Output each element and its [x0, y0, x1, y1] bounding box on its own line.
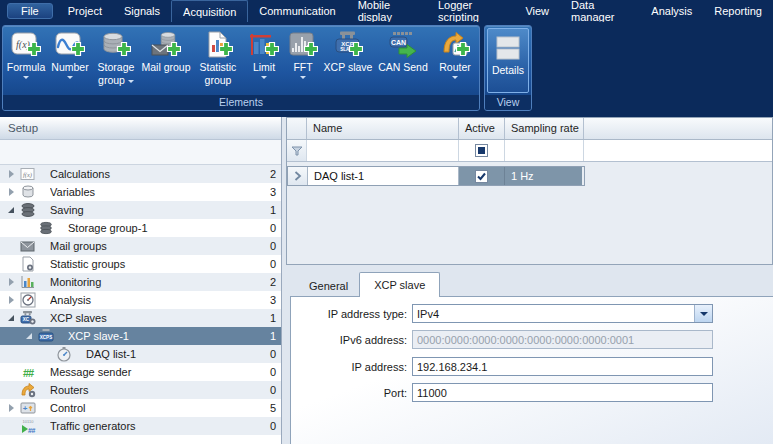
grid-row-daq-list-1[interactable]: DAQ list-1 1 Hz — [287, 166, 585, 186]
daq-list-icon — [54, 346, 74, 362]
saving-icon — [18, 202, 38, 218]
tree-item-saving[interactable]: Saving 1 — [0, 201, 281, 219]
setup-panel-title: Setup — [0, 117, 281, 140]
statistic-group-button[interactable]: Statistic group — [192, 28, 244, 97]
menu-tab-acquisition[interactable]: Acquisition — [171, 0, 248, 22]
ip-address-field[interactable] — [412, 357, 713, 376]
menu-tab-project[interactable]: Project — [57, 0, 113, 22]
svg-text:XCPS: XCPS — [40, 335, 53, 340]
tree-item-storage-group-1[interactable]: Storage group-1 0 — [0, 219, 281, 237]
menu-tab-signals[interactable]: Signals — [113, 0, 171, 22]
ip-address-type-combo[interactable]: IPv4 — [412, 304, 713, 323]
tree-item-daq-list-1[interactable]: DAQ list-1 0 — [0, 345, 281, 363]
expand-collapsed-icon — [9, 296, 14, 304]
number-button[interactable]: Number — [48, 28, 92, 97]
ribbon-group-elements: f(x) Formula Number — [2, 25, 480, 111]
menu-bar: File Project Signals Acquisition Communi… — [0, 0, 773, 22]
svg-text:XC: XC — [23, 317, 30, 322]
filter-sampling-cell[interactable] — [505, 140, 584, 161]
filter-active-cell[interactable] — [459, 140, 505, 161]
xcp-slaves-icon: XC — [18, 310, 38, 326]
tab-xcp-slave[interactable]: XCP slave — [359, 272, 440, 297]
mail-group-button[interactable]: Mail group — [140, 28, 192, 97]
menu-tab-communication[interactable]: Communication — [248, 0, 346, 22]
filter-active-checkbox[interactable] — [475, 144, 488, 157]
field-row-ip-address-type: IP address type: IPv4 — [291, 304, 713, 323]
tree-item-control[interactable]: + Control 5 — [0, 399, 281, 417]
ribbon-group-label-elements: Elements — [3, 95, 479, 110]
number-icon — [55, 30, 85, 60]
tree-item-calculations[interactable]: f(x) Calculations 2 — [0, 165, 281, 183]
details-button[interactable]: Details — [487, 28, 529, 93]
tree-item-variables[interactable]: Variables 3 — [0, 183, 281, 201]
ribbon-group-label-view: View — [485, 95, 531, 110]
formula-button[interactable]: f(x) Formula — [4, 28, 48, 97]
menu-tab-logger-scripting[interactable]: Logger scripting — [427, 0, 514, 22]
svg-text:##: ## — [23, 367, 34, 379]
filter-filler-cell — [584, 140, 772, 161]
menu-tab-file[interactable]: File — [7, 3, 53, 19]
dropdown-arrow-icon — [452, 76, 458, 79]
tree-item-xcp-slave-1[interactable]: XCPS XCP slave-1 1 — [0, 327, 281, 345]
setup-panel: Setup f(x) Calculations 2 Variables 3 Sa… — [0, 117, 282, 444]
expand-collapsed-icon — [9, 170, 14, 178]
field-row-ipv6-address: IPv6 address: — [291, 330, 713, 349]
cell-active[interactable] — [459, 167, 505, 185]
menu-tab-analysis[interactable]: Analysis — [640, 0, 703, 22]
ip-address-label: IP address: — [291, 361, 407, 373]
expand-collapsed-icon — [9, 404, 14, 412]
menu-tab-data-manager[interactable]: Data manager — [560, 0, 640, 22]
xcp-slave-icon: XCP SLAVE — [333, 30, 363, 60]
tree-item-analysis[interactable]: Analysis 3 — [0, 291, 281, 309]
filter-name-cell[interactable] — [307, 140, 459, 161]
cell-sampling-rate[interactable]: 1 Hz — [505, 167, 582, 185]
tree-item-monitoring[interactable]: Monitoring 2 — [0, 273, 281, 291]
storage-group-button[interactable]: Storage group — [92, 28, 140, 97]
router-icon — [440, 30, 470, 60]
xcp-slave-1-icon: XCPS — [36, 328, 56, 344]
grid-column-name[interactable]: Name — [307, 118, 459, 139]
menu-tab-reporting[interactable]: Reporting — [703, 0, 773, 22]
tree-item-traffic-generators[interactable]: 10110## Traffic generators 0 — [0, 417, 281, 435]
tab-general[interactable]: General — [298, 275, 359, 297]
grid-header-row: Name Active Sampling rate — [287, 118, 772, 140]
fft-button[interactable]: FFT — [284, 28, 322, 97]
expand-expanded-icon — [8, 315, 14, 321]
dropdown-arrow-icon — [67, 76, 73, 79]
grid-column-sampling-rate[interactable]: Sampling rate — [505, 118, 584, 139]
filter-funnel-icon — [291, 145, 303, 157]
cell-name[interactable]: DAQ list-1 — [308, 167, 459, 185]
router-button[interactable]: Router — [432, 28, 478, 97]
grid-column-active[interactable]: Active — [459, 118, 505, 139]
tree-item-message-sender[interactable]: ## Message sender 0 — [0, 363, 281, 381]
menu-tab-mobile-display[interactable]: Mobile display — [347, 0, 427, 22]
storage-group-icon — [101, 30, 131, 60]
monitoring-icon — [18, 274, 38, 290]
xcp-slave-button[interactable]: XCP SLAVE XCP slave — [322, 28, 374, 97]
item-count: 1 — [270, 204, 281, 216]
expand-expanded-icon — [26, 333, 32, 339]
tree-item-statistic-groups[interactable]: Statistic groups 0 — [0, 255, 281, 273]
mail-icon — [18, 238, 38, 254]
detail-tabs: General XCP slave — [298, 271, 440, 297]
menu-tab-view[interactable]: View — [514, 0, 560, 22]
port-field[interactable] — [412, 383, 713, 402]
fft-icon — [288, 30, 318, 60]
grid-header-indicator — [287, 118, 307, 139]
active-checkbox-checked[interactable] — [475, 170, 488, 183]
dropdown-arrow-icon — [23, 76, 29, 79]
svg-text:10110: 10110 — [23, 419, 35, 424]
dropdown-arrow-icon — [128, 80, 134, 83]
item-count: 0 — [270, 222, 281, 234]
control-icon: + — [18, 400, 38, 416]
limit-button[interactable]: Limit — [244, 28, 284, 97]
combo-dropdown-button[interactable] — [694, 305, 712, 322]
variables-icon — [18, 184, 38, 200]
tree-item-mail-groups[interactable]: Mail groups 0 — [0, 237, 281, 255]
item-count: 0 — [270, 384, 281, 396]
can-send-button[interactable]: CAN CAN Send — [374, 28, 432, 97]
tree-item-routers[interactable]: Routers 0 — [0, 381, 281, 399]
ipv6-address-field — [412, 330, 713, 349]
tree-item-xcp-slaves[interactable]: XC XCP slaves 1 — [0, 309, 281, 327]
item-count: 2 — [270, 168, 281, 180]
